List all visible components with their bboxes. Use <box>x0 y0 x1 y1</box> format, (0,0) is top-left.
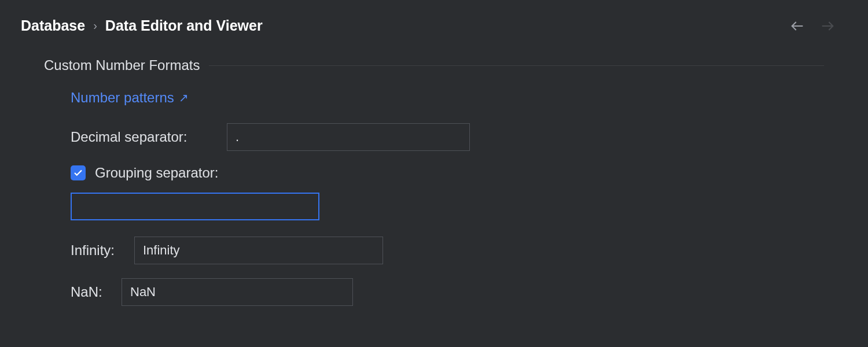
checkmark-icon <box>73 168 83 178</box>
nan-row: NaN: <box>71 278 824 306</box>
settings-header: Database › Data Editor and Viewer <box>0 0 868 46</box>
grouping-separator-input[interactable] <box>71 193 319 220</box>
arrow-right-icon <box>819 18 836 34</box>
external-link-icon: ↗ <box>179 91 189 105</box>
breadcrumb-root[interactable]: Database <box>21 17 85 34</box>
nan-input[interactable] <box>122 278 353 306</box>
decimal-separator-label: Decimal separator: <box>71 129 213 145</box>
custom-number-formats-section: Custom Number Formats Number patterns ↗ … <box>0 46 868 306</box>
grouping-separator-checkbox[interactable] <box>71 165 86 180</box>
breadcrumb-separator: › <box>93 19 97 32</box>
grouping-separator-input-row <box>71 193 824 220</box>
arrow-left-icon <box>789 18 806 34</box>
decimal-separator-input[interactable] <box>227 123 470 151</box>
nav-arrows <box>789 18 847 34</box>
number-patterns-link-row: Number patterns ↗ <box>71 90 824 106</box>
decimal-separator-row: Decimal separator: <box>71 123 824 151</box>
nav-forward-button[interactable] <box>819 18 836 34</box>
section-divider <box>209 65 824 66</box>
form-area: Number patterns ↗ Decimal separator: Gro… <box>44 90 824 306</box>
number-patterns-link[interactable]: Number patterns <box>71 90 174 106</box>
infinity-label: Infinity: <box>71 242 120 259</box>
breadcrumb: Database › Data Editor and Viewer <box>21 17 263 34</box>
grouping-separator-row: Grouping separator: <box>71 165 824 181</box>
infinity-input[interactable] <box>134 237 383 264</box>
section-header: Custom Number Formats <box>44 57 824 73</box>
grouping-separator-label: Grouping separator: <box>95 165 218 181</box>
breadcrumb-current: Data Editor and Viewer <box>105 17 263 34</box>
nav-back-button[interactable] <box>789 18 806 34</box>
nan-label: NaN: <box>71 284 108 300</box>
infinity-row: Infinity: <box>71 237 824 264</box>
section-title: Custom Number Formats <box>44 57 200 73</box>
